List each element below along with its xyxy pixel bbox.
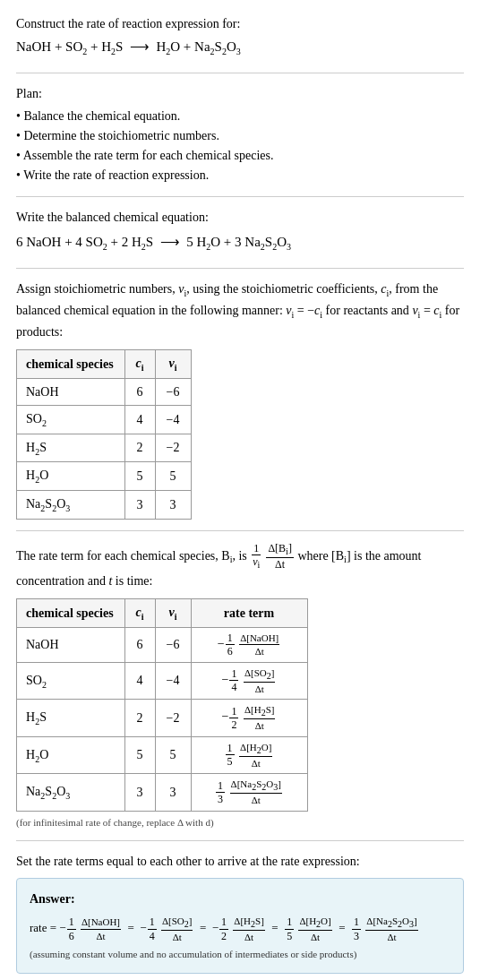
rate-table: chemical species ci νi rate term NaOH 6 …: [16, 598, 308, 812]
rate-species-na2s2o3: Na2S2O3: [17, 774, 125, 811]
rate-row-na2s2o3: Na2S2O3 3 3 13 Δ[Na2S2O3]Δt: [17, 774, 308, 811]
rate-ci-naoh: 6: [124, 627, 155, 662]
construct-label: Construct the rate of reaction expressio…: [16, 14, 464, 33]
rate-note: (for infinitesimal rate of change, repla…: [16, 815, 464, 830]
rate-species-naoh: NaOH: [17, 627, 125, 662]
plan-item-2: Determine the stoichiometric numbers.: [16, 126, 464, 145]
stoich-col-species: chemical species: [17, 349, 125, 378]
rate-vi-na2s2o3: 3: [155, 774, 191, 811]
rate-row-h2s: H2S 2 −2 −12 Δ[H2S]Δt: [17, 700, 308, 736]
rate-ci-h2s: 2: [124, 700, 155, 736]
stoich-vi-so2: −4: [155, 405, 191, 434]
stoich-species-naoh: NaOH: [17, 378, 125, 405]
plan-item-4: Write the rate of reaction expression.: [16, 166, 464, 185]
stoich-species-h2s: H2S: [17, 434, 125, 462]
rate-species-h2o: H2O: [17, 736, 125, 773]
stoich-vi-naoh: −6: [155, 378, 191, 405]
stoich-row-h2o: H2O 5 5: [17, 462, 192, 491]
stoich-row-na2s2o3: Na2S2O3 3 3: [17, 491, 192, 520]
rate-ci-so2: 4: [124, 662, 155, 699]
stoich-vi-na2s2o3: 3: [155, 491, 191, 520]
balanced-equation: 6 NaOH + 4 SO2 + 2 H2S ⟶ 5 H2O + 3 Na2S2…: [16, 232, 464, 254]
plan-list: Balance the chemical equation. Determine…: [16, 107, 464, 185]
rate-term-so2: −14 Δ[SO2]Δt: [191, 662, 307, 699]
rate-term-h2s: −12 Δ[H2S]Δt: [191, 700, 307, 736]
rate-vi-h2s: −2: [155, 700, 191, 736]
rate-col-vi: νi: [155, 599, 191, 628]
plan-header: Plan:: [16, 84, 464, 103]
stoich-vi-h2s: −2: [155, 434, 191, 462]
rate-row-h2o: H2O 5 5 15 Δ[H2O]Δt: [17, 736, 308, 773]
initial-reaction: NaOH + SO2 + H2S ⟶ H2O + Na2S2O3: [16, 37, 464, 58]
stoich-ci-so2: 4: [124, 405, 155, 434]
rate-term-intro: The rate term for each chemical species,…: [16, 542, 464, 591]
stoich-ci-h2o: 5: [124, 462, 155, 491]
stoich-ci-h2s: 2: [124, 434, 155, 462]
stoich-row-so2: SO2 4 −4: [17, 405, 192, 434]
rate-row-so2: SO2 4 −4 −14 Δ[SO2]Δt: [17, 662, 308, 699]
answer-section: Set the rate terms equal to each other t…: [16, 852, 464, 980]
plan-item-1: Balance the chemical equation.: [16, 107, 464, 125]
rate-row-naoh: NaOH 6 −6 −16 Δ[NaOH]Δt: [17, 627, 308, 662]
stoich-col-ci: ci: [124, 349, 155, 378]
rate-ci-h2o: 5: [124, 736, 155, 773]
rate-vi-so2: −4: [155, 662, 191, 699]
answer-note: (assuming constant volume and no accumul…: [30, 947, 450, 962]
rate-species-h2s: H2S: [17, 700, 125, 736]
stoich-table: chemical species ci νi NaOH 6 −6 SO2 4 −…: [16, 349, 192, 520]
rate-term-label: rate =: [30, 921, 59, 934]
rate-col-term: rate term: [191, 599, 307, 628]
stoich-species-na2s2o3: Na2S2O3: [17, 491, 125, 520]
stoich-vi-h2o: 5: [155, 462, 191, 491]
balanced-section: Write the balanced chemical equation: 6 …: [16, 208, 464, 269]
stoich-col-vi: νi: [155, 349, 191, 378]
title-section: Construct the rate of reaction expressio…: [16, 14, 464, 73]
rate-col-species: chemical species: [17, 599, 125, 628]
plan-item-3: Assemble the rate term for each chemical…: [16, 146, 464, 165]
rate-vi-h2o: 5: [155, 736, 191, 773]
rate-term-naoh: −16 Δ[NaOH]Δt: [191, 627, 307, 662]
plan-section: Plan: Balance the chemical equation. Det…: [16, 84, 464, 197]
rate-term-section: The rate term for each chemical species,…: [16, 542, 464, 841]
rate-species-so2: SO2: [17, 662, 125, 699]
answer-box: Answer: rate = −16 Δ[NaOH]Δt = −14 Δ[SO2…: [16, 878, 464, 974]
rate-term-na2s2o3: 13 Δ[Na2S2O3]Δt: [191, 774, 307, 811]
stoich-section: Assign stoichiometric numbers, νi, using…: [16, 279, 464, 531]
rate-term-h2o: 15 Δ[H2O]Δt: [191, 736, 307, 773]
rate-col-ci: ci: [124, 599, 155, 628]
stoich-row-h2s: H2S 2 −2: [17, 434, 192, 462]
balanced-label: Write the balanced chemical equation:: [16, 208, 464, 227]
stoich-intro: Assign stoichiometric numbers, νi, using…: [16, 279, 464, 342]
rate-vi-naoh: −6: [155, 627, 191, 662]
stoich-row-naoh: NaOH 6 −6: [17, 378, 192, 405]
stoich-ci-na2s2o3: 3: [124, 491, 155, 520]
stoich-ci-naoh: 6: [124, 378, 155, 405]
answer-equation: rate = −16 Δ[NaOH]Δt = −14 Δ[SO2]Δt = −1…: [30, 914, 450, 943]
stoich-species-so2: SO2: [17, 405, 125, 434]
stoich-species-h2o: H2O: [17, 462, 125, 491]
rate-ci-na2s2o3: 3: [124, 774, 155, 811]
answer-label: Answer:: [30, 890, 450, 908]
set-equal-label: Set the rate terms equal to each other t…: [16, 852, 464, 871]
